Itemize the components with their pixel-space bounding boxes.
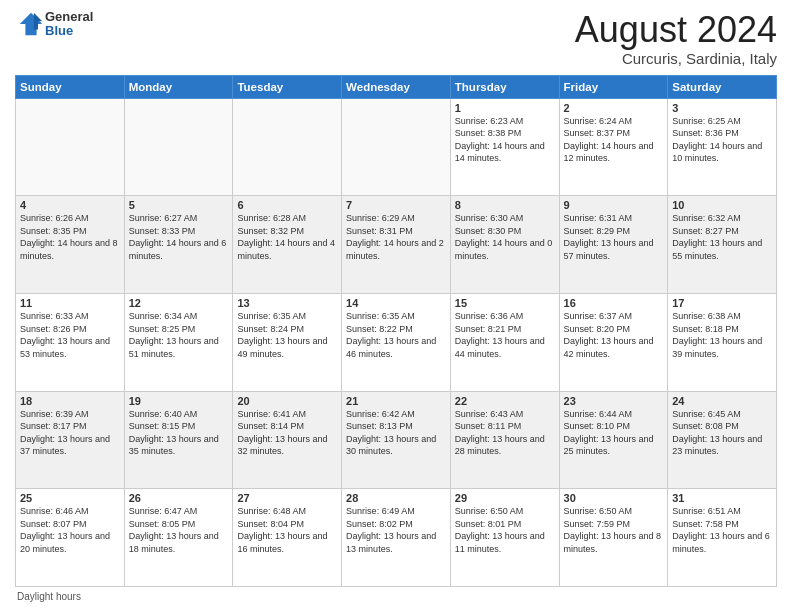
day-of-week-header: Tuesday — [233, 75, 342, 98]
day-number: 8 — [455, 199, 555, 211]
calendar-cell: 14Sunrise: 6:35 AM Sunset: 8:22 PM Dayli… — [342, 293, 451, 391]
calendar-cell: 15Sunrise: 6:36 AM Sunset: 8:21 PM Dayli… — [450, 293, 559, 391]
calendar-cell: 6Sunrise: 6:28 AM Sunset: 8:32 PM Daylig… — [233, 196, 342, 294]
calendar-cell: 11Sunrise: 6:33 AM Sunset: 8:26 PM Dayli… — [16, 293, 125, 391]
calendar-cell: 22Sunrise: 6:43 AM Sunset: 8:11 PM Dayli… — [450, 391, 559, 489]
day-number: 23 — [564, 395, 664, 407]
day-of-week-header: Saturday — [668, 75, 777, 98]
day-number: 22 — [455, 395, 555, 407]
day-info: Sunrise: 6:48 AM Sunset: 8:04 PM Dayligh… — [237, 505, 337, 555]
day-info: Sunrise: 6:35 AM Sunset: 8:22 PM Dayligh… — [346, 310, 446, 360]
day-number: 5 — [129, 199, 229, 211]
day-number: 3 — [672, 102, 772, 114]
day-number: 18 — [20, 395, 120, 407]
calendar-cell — [342, 98, 451, 196]
day-info: Sunrise: 6:51 AM Sunset: 7:58 PM Dayligh… — [672, 505, 772, 555]
calendar-week-row: 1Sunrise: 6:23 AM Sunset: 8:38 PM Daylig… — [16, 98, 777, 196]
day-info: Sunrise: 6:42 AM Sunset: 8:13 PM Dayligh… — [346, 408, 446, 458]
day-number: 30 — [564, 492, 664, 504]
logo-blue-text: Blue — [45, 24, 93, 38]
day-info: Sunrise: 6:50 AM Sunset: 8:01 PM Dayligh… — [455, 505, 555, 555]
day-info: Sunrise: 6:28 AM Sunset: 8:32 PM Dayligh… — [237, 212, 337, 262]
day-number: 21 — [346, 395, 446, 407]
calendar-table: SundayMondayTuesdayWednesdayThursdayFrid… — [15, 75, 777, 587]
day-info: Sunrise: 6:23 AM Sunset: 8:38 PM Dayligh… — [455, 115, 555, 165]
calendar-cell: 24Sunrise: 6:45 AM Sunset: 8:08 PM Dayli… — [668, 391, 777, 489]
day-info: Sunrise: 6:24 AM Sunset: 8:37 PM Dayligh… — [564, 115, 664, 165]
day-info: Sunrise: 6:40 AM Sunset: 8:15 PM Dayligh… — [129, 408, 229, 458]
day-number: 28 — [346, 492, 446, 504]
calendar-cell: 29Sunrise: 6:50 AM Sunset: 8:01 PM Dayli… — [450, 489, 559, 587]
day-number: 12 — [129, 297, 229, 309]
calendar-week-row: 11Sunrise: 6:33 AM Sunset: 8:26 PM Dayli… — [16, 293, 777, 391]
calendar-cell: 5Sunrise: 6:27 AM Sunset: 8:33 PM Daylig… — [124, 196, 233, 294]
day-info: Sunrise: 6:35 AM Sunset: 8:24 PM Dayligh… — [237, 310, 337, 360]
day-number: 15 — [455, 297, 555, 309]
day-number: 10 — [672, 199, 772, 211]
month-year: August 2024 — [575, 10, 777, 50]
calendar-cell: 3Sunrise: 6:25 AM Sunset: 8:36 PM Daylig… — [668, 98, 777, 196]
day-info: Sunrise: 6:26 AM Sunset: 8:35 PM Dayligh… — [20, 212, 120, 262]
day-info: Sunrise: 6:47 AM Sunset: 8:05 PM Dayligh… — [129, 505, 229, 555]
day-number: 31 — [672, 492, 772, 504]
day-info: Sunrise: 6:27 AM Sunset: 8:33 PM Dayligh… — [129, 212, 229, 262]
day-number: 27 — [237, 492, 337, 504]
day-number: 1 — [455, 102, 555, 114]
logo-general-text: General — [45, 10, 93, 24]
calendar-week-row: 4Sunrise: 6:26 AM Sunset: 8:35 PM Daylig… — [16, 196, 777, 294]
header: General Blue August 2024 Curcuris, Sardi… — [15, 10, 777, 67]
calendar-cell: 1Sunrise: 6:23 AM Sunset: 8:38 PM Daylig… — [450, 98, 559, 196]
day-number: 29 — [455, 492, 555, 504]
calendar-cell — [16, 98, 125, 196]
logo-icon — [17, 10, 45, 38]
page: General Blue August 2024 Curcuris, Sardi… — [0, 0, 792, 612]
calendar-cell: 17Sunrise: 6:38 AM Sunset: 8:18 PM Dayli… — [668, 293, 777, 391]
day-number: 2 — [564, 102, 664, 114]
calendar-cell: 23Sunrise: 6:44 AM Sunset: 8:10 PM Dayli… — [559, 391, 668, 489]
calendar-week-row: 18Sunrise: 6:39 AM Sunset: 8:17 PM Dayli… — [16, 391, 777, 489]
calendar-cell: 20Sunrise: 6:41 AM Sunset: 8:14 PM Dayli… — [233, 391, 342, 489]
logo-text: General Blue — [45, 10, 93, 39]
day-info: Sunrise: 6:38 AM Sunset: 8:18 PM Dayligh… — [672, 310, 772, 360]
calendar-cell: 16Sunrise: 6:37 AM Sunset: 8:20 PM Dayli… — [559, 293, 668, 391]
day-info: Sunrise: 6:50 AM Sunset: 7:59 PM Dayligh… — [564, 505, 664, 555]
day-number: 9 — [564, 199, 664, 211]
day-info: Sunrise: 6:37 AM Sunset: 8:20 PM Dayligh… — [564, 310, 664, 360]
calendar-cell: 21Sunrise: 6:42 AM Sunset: 8:13 PM Dayli… — [342, 391, 451, 489]
calendar-cell: 31Sunrise: 6:51 AM Sunset: 7:58 PM Dayli… — [668, 489, 777, 587]
calendar-cell: 2Sunrise: 6:24 AM Sunset: 8:37 PM Daylig… — [559, 98, 668, 196]
footer-note: Daylight hours — [15, 591, 777, 602]
day-info: Sunrise: 6:32 AM Sunset: 8:27 PM Dayligh… — [672, 212, 772, 262]
day-number: 17 — [672, 297, 772, 309]
day-info: Sunrise: 6:33 AM Sunset: 8:26 PM Dayligh… — [20, 310, 120, 360]
calendar-cell: 27Sunrise: 6:48 AM Sunset: 8:04 PM Dayli… — [233, 489, 342, 587]
calendar-cell: 30Sunrise: 6:50 AM Sunset: 7:59 PM Dayli… — [559, 489, 668, 587]
day-info: Sunrise: 6:29 AM Sunset: 8:31 PM Dayligh… — [346, 212, 446, 262]
logo: General Blue — [15, 10, 93, 39]
day-number: 14 — [346, 297, 446, 309]
day-of-week-header: Monday — [124, 75, 233, 98]
day-number: 25 — [20, 492, 120, 504]
day-info: Sunrise: 6:39 AM Sunset: 8:17 PM Dayligh… — [20, 408, 120, 458]
calendar-cell: 13Sunrise: 6:35 AM Sunset: 8:24 PM Dayli… — [233, 293, 342, 391]
calendar-cell: 8Sunrise: 6:30 AM Sunset: 8:30 PM Daylig… — [450, 196, 559, 294]
day-info: Sunrise: 6:36 AM Sunset: 8:21 PM Dayligh… — [455, 310, 555, 360]
day-number: 16 — [564, 297, 664, 309]
day-number: 6 — [237, 199, 337, 211]
day-info: Sunrise: 6:46 AM Sunset: 8:07 PM Dayligh… — [20, 505, 120, 555]
location: Curcuris, Sardinia, Italy — [575, 50, 777, 67]
calendar-cell: 25Sunrise: 6:46 AM Sunset: 8:07 PM Dayli… — [16, 489, 125, 587]
day-number: 24 — [672, 395, 772, 407]
calendar-cell: 18Sunrise: 6:39 AM Sunset: 8:17 PM Dayli… — [16, 391, 125, 489]
calendar-cell — [124, 98, 233, 196]
day-of-week-header: Thursday — [450, 75, 559, 98]
day-number: 26 — [129, 492, 229, 504]
calendar-cell: 19Sunrise: 6:40 AM Sunset: 8:15 PM Dayli… — [124, 391, 233, 489]
day-of-week-header: Wednesday — [342, 75, 451, 98]
day-info: Sunrise: 6:31 AM Sunset: 8:29 PM Dayligh… — [564, 212, 664, 262]
calendar-cell: 4Sunrise: 6:26 AM Sunset: 8:35 PM Daylig… — [16, 196, 125, 294]
calendar-cell: 26Sunrise: 6:47 AM Sunset: 8:05 PM Dayli… — [124, 489, 233, 587]
day-info: Sunrise: 6:30 AM Sunset: 8:30 PM Dayligh… — [455, 212, 555, 262]
calendar-cell: 7Sunrise: 6:29 AM Sunset: 8:31 PM Daylig… — [342, 196, 451, 294]
day-info: Sunrise: 6:45 AM Sunset: 8:08 PM Dayligh… — [672, 408, 772, 458]
